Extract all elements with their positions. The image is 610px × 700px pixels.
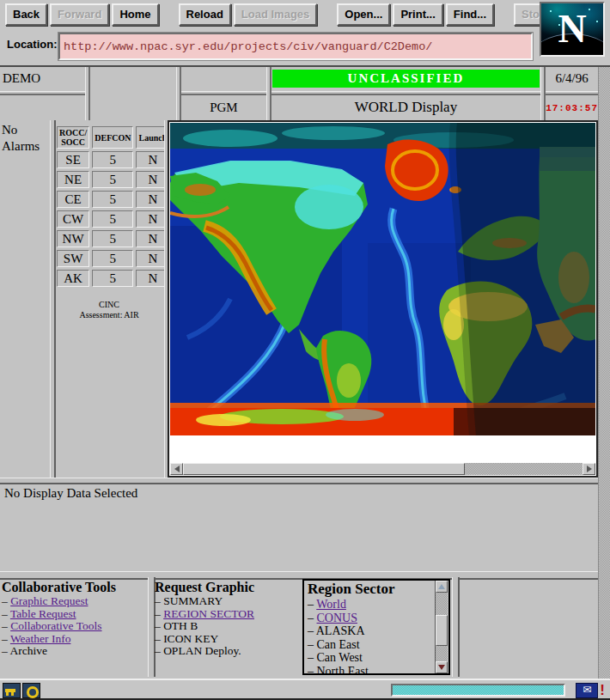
- up-arrow-icon: [438, 584, 445, 589]
- display-title: WORLD Display: [271, 96, 541, 121]
- toolbar-button-home[interactable]: Home: [112, 3, 158, 26]
- scrollbar-thumb[interactable]: [183, 463, 465, 475]
- security-icons: [3, 683, 40, 698]
- browser-chrome: BackForwardHomeReloadLoad ImagesOpen...P…: [0, 0, 610, 67]
- region-sector-list: – World– CONUS– ALASKA– Can East– Can We…: [308, 598, 433, 675]
- cinc-line2: Assessment: AIR: [54, 310, 164, 320]
- key-head: [27, 686, 39, 698]
- table-row: SE5N: [57, 151, 169, 168]
- header-col-pgm: PGM: [181, 67, 266, 120]
- link-collaborative-tools[interactable]: Collaborative Tools: [10, 619, 101, 632]
- location-input[interactable]: [58, 33, 533, 60]
- header-col-classification: UNCLASSIFIED WORLD Display: [271, 67, 541, 120]
- world-map-image[interactable]: [170, 123, 595, 435]
- cinc-assessment: CINC Assessment: AIR: [54, 300, 164, 320]
- mail-alert: !: [600, 682, 605, 699]
- table-row: NW5N: [57, 230, 169, 247]
- main-area: No Alarms ROCC/ SOCCDEFCONLaunch SE5NNE5…: [0, 120, 598, 478]
- scrollbar-track[interactable]: [465, 463, 583, 475]
- toolbar-button-reload[interactable]: Reload: [179, 3, 231, 26]
- status-table-frame: ROCC/ SOCCDEFCONLaunch SE5NNE5NCE5NCW5NN…: [54, 120, 164, 478]
- dash-prefix: –: [308, 651, 317, 664]
- netscape-n-letter: N: [541, 7, 603, 52]
- link-weather-info[interactable]: Weather Info: [10, 632, 71, 645]
- empty-cell: [181, 67, 266, 90]
- status-table-header-row: ROCC/ SOCCDEFCONLaunch: [57, 126, 169, 149]
- link-table-request[interactable]: Table Request: [10, 607, 76, 620]
- dash-prefix: –: [155, 594, 163, 607]
- empty-cell: [0, 96, 85, 121]
- panel-title: Collaborative Tools: [2, 579, 146, 595]
- list-item-alaska: – ALASKA: [308, 624, 433, 638]
- list-item-oplan-deploy: – OPLAN Deploy.: [155, 645, 299, 658]
- dash-prefix: –: [155, 619, 163, 632]
- scroll-right-button[interactable]: [583, 463, 595, 475]
- down-arrow-icon: [438, 665, 445, 670]
- netscape-logo[interactable]: N: [540, 2, 605, 57]
- toolbar-button-find[interactable]: Find...: [446, 3, 494, 26]
- browser-window: BackForwardHomeReloadLoad ImagesOpen...P…: [0, 0, 610, 700]
- dash-prefix: –: [155, 644, 163, 657]
- mail-button[interactable]: ✉ !: [576, 682, 605, 699]
- list-item-table-request[interactable]: – Table Request: [2, 608, 146, 621]
- list-item-graphic-request[interactable]: – Graphic Request: [2, 595, 146, 608]
- left-arrow-icon: [174, 466, 180, 472]
- scrollbar-thumb[interactable]: [436, 615, 448, 646]
- request-graphic-panel: Request Graphic – SUMMARY– REGION SECTOR…: [155, 579, 299, 658]
- table-cell: NW: [57, 230, 89, 247]
- label-north-east: North East: [317, 665, 369, 676]
- table-cell: 5: [92, 210, 133, 228]
- collaborative-tools-panel: Collaborative Tools – Graphic Request– T…: [2, 579, 146, 658]
- toolbar-button-print[interactable]: Print...: [393, 3, 442, 26]
- list-item-can-east: – Can East: [308, 638, 433, 652]
- bottom-frame: Collaborative Tools – Graphic Request– T…: [0, 577, 610, 677]
- table-row: SW5N: [57, 250, 169, 267]
- dash-prefix: –: [2, 632, 10, 645]
- list-item-collaborative-tools[interactable]: – Collaborative Tools: [2, 620, 146, 633]
- link-world[interactable]: World: [316, 598, 346, 611]
- list-item-conus[interactable]: – CONUS: [308, 612, 433, 625]
- display-data-message: No Display Data Selected: [0, 482, 602, 575]
- scroll-down-button[interactable]: [436, 661, 448, 673]
- list-item-world[interactable]: – World: [308, 598, 433, 612]
- status-table: ROCC/ SOCCDEFCONLaunch SE5NNE5NCE5NCW5NN…: [54, 124, 172, 289]
- toolbar-button-open[interactable]: Open...: [337, 3, 390, 26]
- link-graphic-request[interactable]: Graphic Request: [10, 594, 88, 607]
- toolbar-button-back[interactable]: Back: [5, 3, 47, 26]
- broken-key-right-icon: [22, 683, 40, 698]
- header-col-datetime: 6/4/96 17:03:57: [546, 67, 598, 120]
- list-item-region-sector[interactable]: – REGION SECTOR: [155, 608, 299, 621]
- progress-bar: [391, 684, 565, 697]
- toolbar-button-load-images: Load Images: [234, 3, 317, 26]
- alarms-status: No Alarms: [0, 120, 52, 479]
- dash-prefix: –: [308, 624, 316, 637]
- link-conus[interactable]: CONUS: [317, 612, 357, 624]
- link-region-sector[interactable]: REGION SECTOR: [163, 607, 254, 620]
- demo-label: DEMO: [0, 67, 85, 90]
- collaborative-tools-list: – Graphic Request– Table Request– Collab…: [2, 595, 146, 658]
- toolbar: BackForwardHomeReloadLoad ImagesOpen...P…: [5, 3, 557, 26]
- right-arrow-icon: [587, 466, 592, 472]
- table-cell: 5: [92, 270, 133, 287]
- label-oplan-deploy: OPLAN Deploy.: [163, 644, 241, 657]
- label-summary: SUMMARY: [163, 594, 223, 607]
- dash-prefix: –: [155, 607, 163, 620]
- divider: [546, 91, 598, 95]
- table-row: CE5N: [57, 191, 169, 208]
- divider: [271, 91, 541, 95]
- list-item-weather-info[interactable]: – Weather Info: [2, 633, 146, 646]
- scroll-left-button[interactable]: [170, 463, 183, 475]
- label-icon-key: ICON KEY: [163, 632, 218, 645]
- table-row: AK5N: [57, 270, 169, 287]
- status-table-body: SE5NNE5NCE5NCW5NNW5NSW5NAK5N: [57, 151, 169, 287]
- pgm-label: PGM: [181, 96, 266, 121]
- frame-border[interactable]: [452, 577, 460, 677]
- mail-envelope-icon: ✉: [576, 683, 598, 698]
- table-cell: 5: [92, 171, 133, 188]
- table-cell: 5: [92, 151, 133, 168]
- location-label: Location:: [7, 38, 58, 51]
- classification-banner: UNCLASSIFIED: [272, 70, 540, 88]
- header-col-empty: [90, 67, 177, 120]
- scroll-up-button[interactable]: [436, 581, 448, 593]
- scrollbar-track[interactable]: [436, 593, 448, 661]
